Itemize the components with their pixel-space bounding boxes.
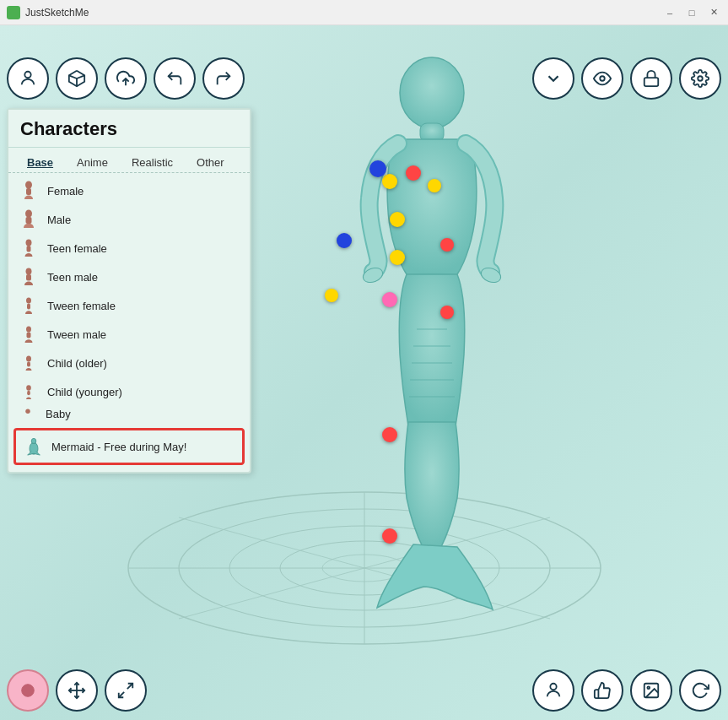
toolbar-bottom-right (532, 669, 721, 712)
list-item[interactable]: Teen female (8, 234, 250, 263)
list-item-label: Child (older) (47, 357, 107, 370)
svg-rect-43 (27, 304, 30, 310)
mermaid-item-label: Mermaid - Free during May! (51, 441, 186, 453)
refresh-button[interactable] (679, 669, 721, 712)
svg-rect-45 (27, 333, 31, 338)
svg-point-31 (550, 684, 556, 690)
list-item-baby[interactable]: Baby (8, 406, 250, 421)
svg-point-18 (24, 72, 30, 78)
thumbsup-button[interactable] (581, 669, 623, 712)
settings-button[interactable] (679, 57, 721, 100)
panel-tabs: Base Anime Realistic Other (8, 148, 250, 173)
list-item[interactable]: Male (8, 205, 250, 234)
teen-male-char-icon (19, 267, 39, 287)
expand-button[interactable] (105, 669, 147, 712)
list-item[interactable]: Tween female (8, 291, 250, 320)
record-button[interactable] (7, 669, 49, 712)
upload-button[interactable] (105, 57, 147, 100)
maximize-button[interactable]: □ (684, 5, 699, 20)
svg-point-44 (26, 327, 31, 333)
svg-rect-41 (26, 274, 31, 281)
svg-rect-35 (26, 188, 31, 195)
svg-rect-39 (27, 246, 31, 252)
child-older-char-icon (19, 353, 39, 373)
person-button[interactable] (7, 57, 49, 100)
character-list: Female Male Teen female (8, 173, 250, 425)
svg-point-26 (22, 685, 35, 697)
list-item-label: Teen female (47, 242, 107, 255)
svg-point-40 (26, 268, 32, 275)
toolbar-bottom-left (7, 669, 147, 712)
mermaid-item[interactable]: Mermaid - Free during May! (13, 428, 245, 465)
app-title: JustSketchMe (25, 7, 662, 19)
eye-button[interactable] (581, 57, 623, 100)
pose-dot[interactable] (428, 179, 441, 192)
svg-line-29 (127, 684, 132, 689)
list-item-label: Child (younger) (47, 386, 122, 398)
list-item[interactable]: Child (younger) (8, 377, 250, 406)
tab-other[interactable]: Other (185, 153, 236, 172)
child-younger-char-icon (19, 382, 39, 402)
lock-button[interactable] (630, 57, 672, 100)
panel-title: Characters (20, 118, 238, 140)
baby-char-icon (19, 406, 37, 421)
list-item-label: Tween female (47, 300, 116, 312)
svg-point-42 (26, 298, 31, 304)
pose-dot[interactable] (390, 250, 405, 265)
pose-dot[interactable] (390, 212, 405, 227)
minimize-button[interactable]: – (662, 5, 677, 20)
tab-base[interactable]: Base (15, 153, 65, 172)
svg-point-36 (25, 210, 32, 218)
image-button[interactable] (630, 669, 672, 712)
mermaid-char-icon (24, 437, 43, 456)
list-item[interactable]: Teen male (8, 263, 250, 291)
canvas-area: Characters Base Anime Realistic Other Fe… (0, 25, 728, 720)
close-button[interactable]: ✕ (706, 5, 721, 20)
svg-point-51 (31, 438, 36, 443)
list-item[interactable]: Child (older) (8, 349, 250, 377)
pose-dot[interactable] (440, 306, 454, 319)
list-item-label: Female (47, 185, 84, 198)
svg-point-50 (25, 409, 30, 414)
svg-rect-49 (27, 391, 30, 396)
svg-point-34 (25, 181, 32, 189)
tween-male-char-icon (19, 324, 39, 344)
toolbar-top-left (7, 57, 245, 100)
svg-rect-47 (27, 362, 30, 367)
redo-button[interactable] (202, 57, 245, 100)
svg-point-48 (26, 385, 31, 390)
list-item[interactable]: Female (8, 176, 250, 205)
characters-panel: Characters Base Anime Realistic Other Fe… (7, 108, 251, 474)
svg-point-38 (26, 240, 32, 246)
pose-dot[interactable] (382, 427, 397, 442)
pose-dot[interactable] (382, 528, 397, 544)
tab-realistic[interactable]: Realistic (120, 153, 185, 172)
chevron-down-button[interactable] (532, 57, 574, 100)
undo-button[interactable] (154, 57, 196, 100)
pose-dot[interactable] (337, 233, 352, 248)
list-item[interactable]: Tween male (8, 320, 250, 349)
toolbar-top-right (532, 57, 721, 100)
list-item-label: Tween male (47, 328, 106, 341)
move-button[interactable] (56, 669, 98, 712)
svg-line-30 (119, 692, 124, 697)
tab-anime[interactable]: Anime (65, 153, 120, 172)
svg-point-46 (26, 356, 31, 362)
pose-dot[interactable] (369, 160, 386, 177)
svg-rect-37 (26, 217, 32, 224)
pose-dot[interactable] (382, 292, 397, 307)
list-item-label: Teen male (47, 271, 98, 284)
svg-point-25 (698, 76, 703, 81)
list-item-label: Baby (46, 408, 71, 420)
svg-rect-24 (644, 78, 659, 86)
person-outline-button[interactable] (532, 669, 574, 712)
list-item-label: Male (47, 214, 71, 226)
pose-dot[interactable] (406, 165, 421, 181)
cube-button[interactable] (56, 57, 98, 100)
pose-dot[interactable] (325, 289, 338, 302)
app-icon (7, 6, 20, 19)
pose-dot[interactable] (440, 238, 454, 252)
pose-dot[interactable] (382, 174, 397, 189)
teen-female-char-icon (19, 238, 39, 258)
panel-header: Characters (8, 110, 250, 148)
